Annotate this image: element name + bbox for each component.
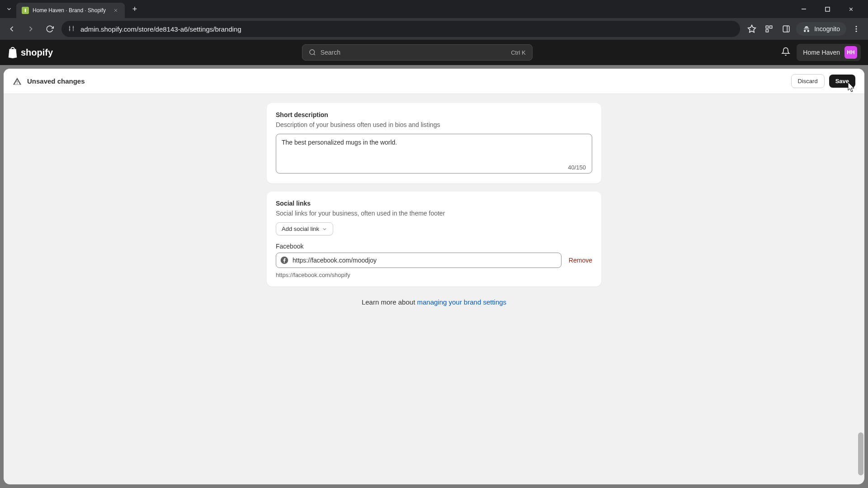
svg-point-7 (69, 29, 70, 30)
search-input[interactable]: Search Ctrl K (302, 44, 533, 61)
store-menu[interactable]: Home Haven HH (797, 44, 861, 61)
incognito-indicator[interactable]: Incognito (796, 22, 846, 36)
tab-title: Home Haven · Brand · Shopify (33, 7, 108, 14)
social-links-subtitle: Social links for your business, often us… (276, 210, 592, 217)
svg-rect-16 (770, 26, 772, 28)
close-window-button[interactable] (841, 2, 861, 16)
shopify-bag-icon (7, 47, 18, 58)
url-text: admin.shopify.com/store/de8143-a6/settin… (80, 25, 241, 33)
svg-point-6 (69, 27, 70, 27)
url-bar: admin.shopify.com/store/de8143-a6/settin… (0, 18, 868, 40)
social-links-title: Social links (276, 200, 592, 207)
save-button[interactable]: Save (829, 75, 855, 88)
help-prefix: Learn more about (362, 298, 417, 306)
svg-point-23 (310, 50, 315, 55)
unsaved-text: Unsaved changes (27, 77, 85, 85)
shopify-logo[interactable]: shopify (7, 47, 53, 58)
svg-rect-3 (825, 7, 829, 11)
chevron-down-icon (322, 226, 327, 232)
social-links-card: Social links Social links for your busin… (267, 192, 601, 286)
minimize-button[interactable] (794, 2, 814, 16)
unsaved-changes-banner: Unsaved changes Discard Save (4, 69, 864, 94)
short-description-subtitle: Description of your business often used … (276, 121, 592, 128)
short-description-input[interactable] (276, 134, 592, 174)
svg-point-11 (73, 27, 73, 27)
store-name: Home Haven (803, 49, 840, 56)
facebook-icon (280, 256, 288, 264)
social-platform-label: Facebook (276, 243, 592, 250)
incognito-label: Incognito (814, 25, 840, 33)
maximize-button[interactable] (817, 2, 837, 16)
side-panel-icon[interactable] (779, 22, 793, 36)
page-area: Unsaved changes Discard Save Short descr… (0, 65, 868, 488)
discard-button[interactable]: Discard (791, 74, 825, 88)
facebook-url-input[interactable] (276, 253, 561, 268)
svg-rect-15 (766, 26, 768, 28)
remove-social-link[interactable]: Remove (569, 257, 592, 264)
shopify-favicon-icon (22, 7, 29, 14)
svg-marker-14 (748, 25, 756, 33)
svg-point-22 (856, 31, 857, 32)
browser-tab[interactable]: Home Haven · Brand · Shopify (16, 3, 125, 18)
incognito-icon (802, 25, 811, 33)
short-description-title: Short description (276, 111, 592, 118)
search-shortcut: Ctrl K (511, 49, 526, 56)
back-button[interactable] (5, 22, 19, 36)
reload-button[interactable] (42, 22, 57, 36)
address-bar[interactable]: admin.shopify.com/store/de8143-a6/settin… (61, 21, 740, 37)
help-link[interactable]: managing your brand settings (417, 298, 506, 306)
forward-button[interactable] (24, 22, 38, 36)
alert-icon (13, 77, 22, 86)
search-icon (309, 49, 316, 56)
window-controls (794, 2, 864, 16)
close-tab-icon[interactable] (112, 7, 119, 14)
svg-point-21 (856, 28, 857, 30)
social-url-hint: https://facebook.com/shopify (276, 272, 592, 278)
site-settings-icon[interactable] (68, 25, 75, 33)
help-footer: Learn more about managing your brand set… (267, 298, 601, 306)
new-tab-button[interactable]: + (128, 3, 141, 15)
svg-point-20 (856, 26, 857, 27)
add-social-link-label: Add social link (282, 225, 319, 232)
tab-search-dropdown[interactable] (4, 4, 14, 14)
svg-line-24 (314, 54, 315, 55)
character-counter: 40/150 (568, 164, 586, 171)
avatar: HH (844, 46, 857, 59)
browser-menu-icon[interactable] (849, 22, 863, 36)
app-topbar: shopify Search Ctrl K Home Haven HH (0, 40, 868, 65)
page-content: Unsaved changes Discard Save Short descr… (4, 69, 864, 484)
svg-rect-18 (783, 26, 789, 32)
notifications-icon[interactable] (781, 47, 790, 58)
bookmark-icon[interactable] (745, 22, 759, 36)
scrollbar-thumb[interactable] (858, 432, 863, 475)
browser-chrome: Home Haven · Brand · Shopify + admin.sho… (0, 0, 868, 40)
svg-rect-17 (766, 30, 768, 32)
tab-strip: Home Haven · Brand · Shopify + (0, 0, 868, 18)
search-placeholder: Search (321, 49, 340, 56)
social-item-facebook: Facebook Remove https://facebook.com/sho… (276, 243, 592, 278)
add-social-link-button[interactable]: Add social link (276, 222, 333, 235)
extensions-icon[interactable] (762, 22, 776, 36)
short-description-card: Short description Description of your bu… (267, 103, 601, 183)
logo-text: shopify (21, 47, 53, 58)
